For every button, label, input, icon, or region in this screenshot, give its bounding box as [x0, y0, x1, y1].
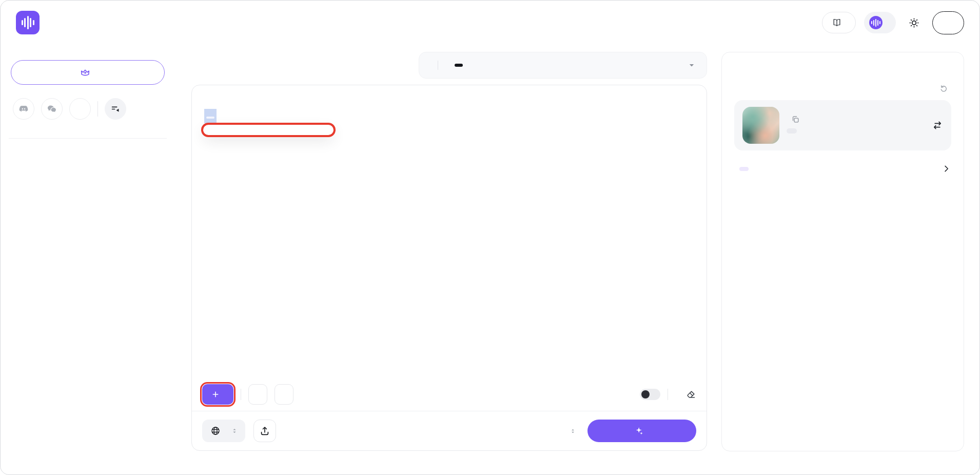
- chevron-right-icon: [942, 164, 951, 174]
- upload-button[interactable]: [253, 420, 276, 442]
- bottom-right-group: [567, 420, 696, 442]
- updown-icon: [231, 427, 238, 434]
- toolbar-divider: [668, 389, 668, 400]
- long-text-toggle[interactable]: [640, 389, 660, 400]
- editor-line: [204, 106, 694, 126]
- top-bar: [1, 1, 979, 45]
- pause-tag-wrap: [204, 109, 217, 123]
- voice-section-header: [734, 84, 951, 93]
- pause-button[interactable]: [248, 384, 267, 405]
- text-editor-card: [191, 85, 707, 451]
- model-select[interactable]: [419, 52, 707, 79]
- book-icon: [832, 17, 842, 28]
- login-bonus-button[interactable]: [864, 12, 896, 33]
- playlist-icon: [110, 103, 121, 115]
- voice-card[interactable]: [734, 100, 951, 150]
- modal-particle-button[interactable]: [275, 384, 293, 405]
- minimax-logo-icon[interactable]: [16, 11, 40, 34]
- editor-bottom-bar: [192, 411, 707, 450]
- social-divider: [97, 101, 98, 117]
- debug-panel: [721, 52, 964, 451]
- wechat-icon: [46, 103, 57, 115]
- crown-icon: [80, 67, 91, 78]
- language-select[interactable]: [202, 420, 245, 442]
- model-new-badge: [455, 64, 463, 67]
- voice-language-tag: [787, 128, 797, 134]
- copy-icon[interactable]: [791, 115, 800, 124]
- playlist-button[interactable]: [105, 98, 126, 120]
- discord-icon: [18, 103, 29, 115]
- voice-info: [787, 115, 925, 136]
- main-header: [191, 52, 707, 79]
- toolbar-divider: [241, 389, 241, 400]
- reset-params-button[interactable]: [939, 84, 951, 93]
- audio-wave-icon: [869, 16, 883, 29]
- editor-toolbar: [192, 378, 707, 411]
- cost-indicator[interactable]: [567, 428, 576, 434]
- reset-icon: [939, 84, 948, 93]
- swap-voice-icon[interactable]: [932, 120, 943, 131]
- api-button[interactable]: [69, 98, 91, 120]
- main-content: [175, 45, 707, 475]
- toolbar-right: [633, 389, 696, 400]
- sidebar: [1, 45, 175, 475]
- login-button[interactable]: [932, 11, 964, 34]
- social-links: [13, 98, 163, 120]
- chevron-down-icon: [687, 61, 696, 70]
- add-emotion-button[interactable]: [202, 384, 233, 405]
- theme-toggle-button[interactable]: [908, 17, 920, 29]
- sidebar-divider: [9, 138, 167, 139]
- model-divider: [438, 61, 438, 70]
- app-window: [0, 0, 980, 475]
- upload-icon: [259, 425, 270, 436]
- globe-icon: [210, 426, 221, 436]
- panel-tabs: [734, 64, 951, 71]
- limited-free-badge: [739, 167, 749, 171]
- wechat-button[interactable]: [41, 98, 63, 120]
- emotion-popup: [203, 125, 334, 135]
- generate-audio-button[interactable]: [587, 420, 696, 442]
- eraser-icon[interactable]: [685, 389, 696, 400]
- voice-avatar: [742, 107, 779, 144]
- sort-arrows-icon: [570, 428, 576, 434]
- page-body: [1, 45, 979, 475]
- sun-icon: [908, 17, 920, 29]
- header-right: [822, 11, 964, 34]
- tutorial-button[interactable]: [822, 12, 856, 33]
- sparkle-icon: [634, 426, 644, 436]
- plus-icon: [211, 390, 220, 398]
- pause-tag[interactable]: [206, 117, 214, 119]
- voice-effect-row[interactable]: [734, 164, 951, 174]
- subscribe-button[interactable]: [11, 60, 165, 85]
- discord-button[interactable]: [13, 98, 34, 120]
